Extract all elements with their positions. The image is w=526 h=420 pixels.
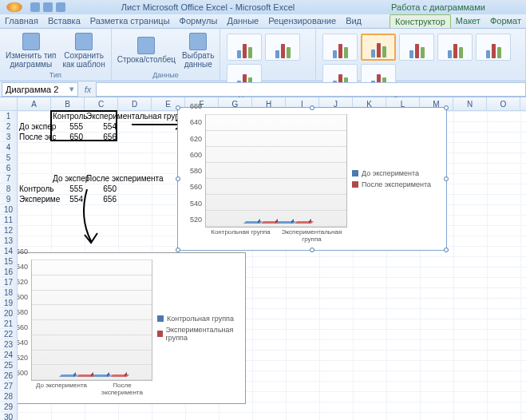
cell[interactable]: 554 xyxy=(51,194,85,204)
ribbon-group-layouts: Макеты диаграмм xyxy=(220,29,316,81)
chart-2-legend[interactable]: Контрольная группаЭкспериментальная груп… xyxy=(152,260,240,397)
chevron-down-icon[interactable]: ▾ xyxy=(69,84,74,94)
row-header[interactable]: 6 xyxy=(0,163,18,173)
style-option[interactable] xyxy=(322,34,358,61)
legend-item[interactable]: После эксперимента xyxy=(352,180,441,188)
ribbon-tabs: Главная Вставка Разметка страницы Формул… xyxy=(0,14,526,29)
row-header[interactable]: 8 xyxy=(0,184,18,194)
column-header[interactable]: N xyxy=(453,97,487,110)
row-header[interactable]: 3 xyxy=(0,132,18,142)
tab-insert[interactable]: Вставка xyxy=(43,14,85,28)
cell[interactable]: Контроль xyxy=(18,184,51,194)
style-option[interactable] xyxy=(437,34,473,61)
row-header[interactable]: 30 xyxy=(0,412,18,420)
row-header[interactable]: 14 xyxy=(0,246,18,256)
row-header[interactable]: 24 xyxy=(0,350,18,360)
row-header[interactable]: 21 xyxy=(0,319,18,329)
tab-formulas[interactable]: Формулы xyxy=(175,14,223,28)
style-option[interactable] xyxy=(399,34,434,61)
office-button[interactable] xyxy=(6,2,22,13)
cell[interactable]: 650 xyxy=(85,184,118,194)
cell[interactable]: До экспер xyxy=(51,173,85,184)
cell[interactable]: До экспер xyxy=(18,121,51,132)
chart-1-plot[interactable]: 520540560580600620640660Контрольная груп… xyxy=(183,114,347,244)
select-all-corner[interactable] xyxy=(0,97,18,110)
qat-undo-icon[interactable] xyxy=(43,2,53,12)
switch-rc-label: Строка/столбец xyxy=(117,55,176,64)
row-header[interactable]: 16 xyxy=(0,267,18,277)
row-header[interactable]: 26 xyxy=(0,370,18,381)
qat-redo-icon[interactable] xyxy=(56,2,65,12)
cell[interactable]: После эксперимента xyxy=(85,173,118,184)
row-header[interactable]: 9 xyxy=(0,194,18,204)
cell[interactable]: 555 xyxy=(51,184,85,194)
style-option[interactable] xyxy=(476,34,511,61)
tab-chart-layout[interactable]: Макет xyxy=(451,14,485,28)
legend-item[interactable]: Экспериментальная группа xyxy=(157,326,240,342)
embedded-chart-2[interactable]: 500520540560580600620640660До эксперимен… xyxy=(3,252,246,404)
row-header[interactable]: 7 xyxy=(0,173,18,184)
row-header[interactable]: 29 xyxy=(0,402,18,412)
change-chart-type-button[interactable]: Изменить тип диаграммы xyxy=(3,31,58,70)
row-header[interactable]: 23 xyxy=(0,339,18,350)
chart-2-plot[interactable]: 500520540560580600620640660До эксперимен… xyxy=(9,260,152,397)
legend-item[interactable]: Контрольная группа xyxy=(157,315,240,323)
column-header[interactable]: A xyxy=(18,97,51,110)
tab-review[interactable]: Рецензирование xyxy=(263,14,341,28)
row-header[interactable]: 27 xyxy=(0,381,18,391)
tab-home[interactable]: Главная xyxy=(0,14,43,28)
row-header[interactable]: 13 xyxy=(0,236,18,246)
cell[interactable]: Экспериме xyxy=(18,194,51,204)
cell[interactable]: Контроль xyxy=(51,111,85,121)
row-header[interactable]: 2 xyxy=(0,121,18,132)
row-header[interactable]: 12 xyxy=(0,225,18,236)
row-header[interactable]: 19 xyxy=(0,298,18,308)
row-header[interactable]: 25 xyxy=(0,360,18,370)
cell[interactable]: После экс xyxy=(18,132,51,142)
embedded-chart-1[interactable]: 520540560580600620640660Контрольная груп… xyxy=(177,107,447,251)
tab-chart-format[interactable]: Формат xyxy=(485,14,526,28)
cell[interactable]: 555 xyxy=(51,121,85,132)
cell[interactable]: 656 xyxy=(85,194,118,204)
change-chart-type-icon xyxy=(22,33,40,50)
cell[interactable]: 656 xyxy=(85,132,118,142)
name-box[interactable]: Диаграмма 2 ▾ xyxy=(2,82,78,97)
row-header[interactable]: 5 xyxy=(0,153,18,163)
tab-data[interactable]: Данные xyxy=(222,14,263,28)
layout-option[interactable] xyxy=(265,34,300,61)
cell[interactable]: Экспериментальная группа xyxy=(85,111,118,121)
row-header[interactable]: 4 xyxy=(0,142,18,153)
column-header[interactable]: O xyxy=(487,97,520,110)
contextual-title: Работа с диаграммами xyxy=(350,2,526,12)
legend-item[interactable]: До эксперимента xyxy=(352,169,441,177)
style-option-selected[interactable] xyxy=(361,34,396,61)
row-header[interactable]: 10 xyxy=(0,204,18,215)
fx-icon[interactable]: fx xyxy=(80,85,96,94)
group-label-type: Тип xyxy=(3,70,108,79)
row-header[interactable]: 17 xyxy=(0,277,18,287)
row-header[interactable]: 1 xyxy=(0,111,18,121)
column-header[interactable]: B xyxy=(51,97,85,110)
row-header[interactable]: 28 xyxy=(0,391,18,402)
row-header[interactable]: 18 xyxy=(0,287,18,298)
layout-option[interactable] xyxy=(227,34,262,61)
cell[interactable]: 554 xyxy=(85,121,118,132)
tab-view[interactable]: Вид xyxy=(341,14,366,28)
row-header[interactable]: 15 xyxy=(0,256,18,267)
row-header[interactable]: 11 xyxy=(0,215,18,225)
select-data-button[interactable]: Выбрать данные xyxy=(180,31,216,70)
tab-page-layout[interactable]: Разметка страницы xyxy=(85,14,175,28)
cell[interactable]: 650 xyxy=(51,132,85,142)
save-template-label: Сохранить как шаблон xyxy=(62,51,105,69)
qat-save-icon[interactable] xyxy=(30,2,40,12)
switch-row-column-button[interactable]: Строка/столбец xyxy=(115,35,178,65)
column-header[interactable]: D xyxy=(118,97,152,110)
column-header[interactable]: C xyxy=(85,97,118,110)
worksheet-grid[interactable]: ABCDEFGHIJKLMNO КонтрольЭкспериментальна… xyxy=(0,97,526,420)
row-header[interactable]: 22 xyxy=(0,329,18,339)
tab-chart-design[interactable]: Конструктор xyxy=(390,14,451,28)
row-header[interactable]: 20 xyxy=(0,308,18,319)
save-as-template-button[interactable]: Сохранить как шаблон xyxy=(60,31,107,70)
formula-input[interactable] xyxy=(96,82,526,97)
chart-1-legend[interactable]: До экспериментаПосле эксперимента xyxy=(347,114,441,244)
